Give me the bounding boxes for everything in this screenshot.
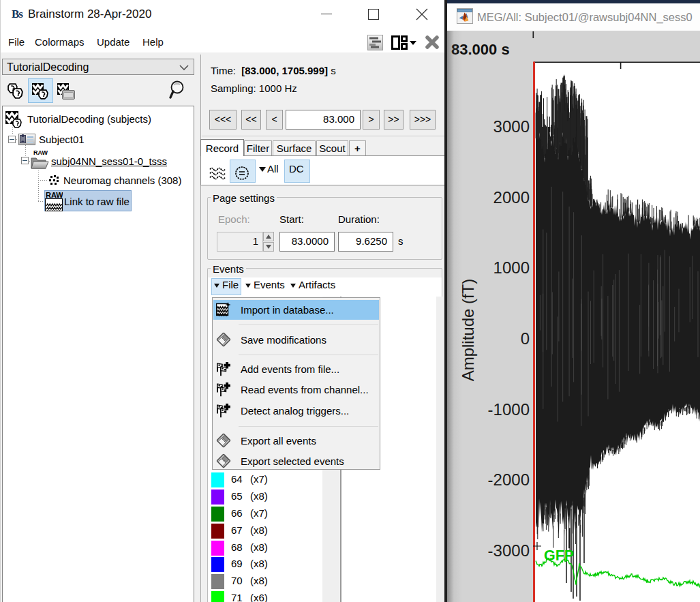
svg-text:0: 0 bbox=[521, 329, 530, 348]
svg-text:-2000: -2000 bbox=[488, 470, 530, 489]
svg-text:2000: 2000 bbox=[493, 188, 530, 207]
svg-text:RAW: RAW bbox=[46, 191, 63, 199]
svg-text:-1000: -1000 bbox=[488, 400, 530, 419]
svg-text:1000: 1000 bbox=[493, 258, 530, 277]
svg-text:3000: 3000 bbox=[493, 117, 530, 136]
svg-text:GFP: GFP bbox=[544, 547, 574, 564]
svg-text:-3000: -3000 bbox=[488, 541, 530, 560]
